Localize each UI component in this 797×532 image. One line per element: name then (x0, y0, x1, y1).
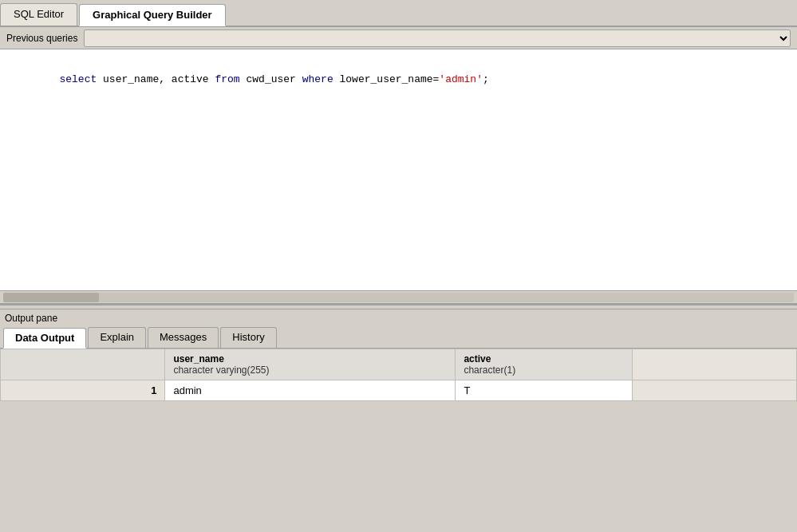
previous-queries-dropdown[interactable] (84, 30, 791, 47)
sql-code: select user_name, active from cwd_user w… (10, 56, 787, 103)
scrollbar-thumb[interactable] (3, 293, 99, 302)
tab-messages[interactable]: Messages (148, 327, 219, 348)
top-tab-bar: SQL Editor Graphical Query Builder (0, 0, 797, 27)
tab-sql-editor[interactable]: SQL Editor (0, 3, 77, 26)
cell-active: T (456, 380, 632, 401)
col-header-active: active character(1) (456, 349, 632, 380)
data-table-container: user_name character varying(255) active … (0, 349, 797, 401)
scrollbar-track (3, 293, 794, 302)
tab-history[interactable]: History (220, 327, 276, 348)
cell-user-name: admin (165, 380, 456, 401)
tab-graphical-query-builder[interactable]: Graphical Query Builder (79, 4, 226, 26)
tab-data-output[interactable]: Data Output (3, 328, 86, 349)
output-tab-bar: Data Output Explain Messages History (0, 325, 797, 349)
sql-textarea[interactable]: select user_name, active from cwd_user w… (0, 49, 797, 290)
tab-explain[interactable]: Explain (88, 327, 146, 348)
sql-editor-area: select user_name, active from cwd_user w… (0, 49, 797, 305)
row-num-header (1, 349, 165, 380)
output-pane-label: Output pane (0, 309, 797, 325)
cell-empty (632, 380, 796, 401)
horizontal-scrollbar[interactable] (0, 290, 797, 303)
output-pane: Output pane Data Output Explain Messages… (0, 309, 797, 401)
previous-queries-label: Previous queries (0, 33, 84, 44)
previous-queries-bar: Previous queries (0, 27, 797, 49)
table-row: 1 admin T (1, 380, 797, 401)
col-header-empty (632, 349, 796, 380)
row-number: 1 (1, 380, 165, 401)
data-table: user_name character varying(255) active … (0, 349, 797, 401)
col-header-user-name: user_name character varying(255) (165, 349, 456, 380)
